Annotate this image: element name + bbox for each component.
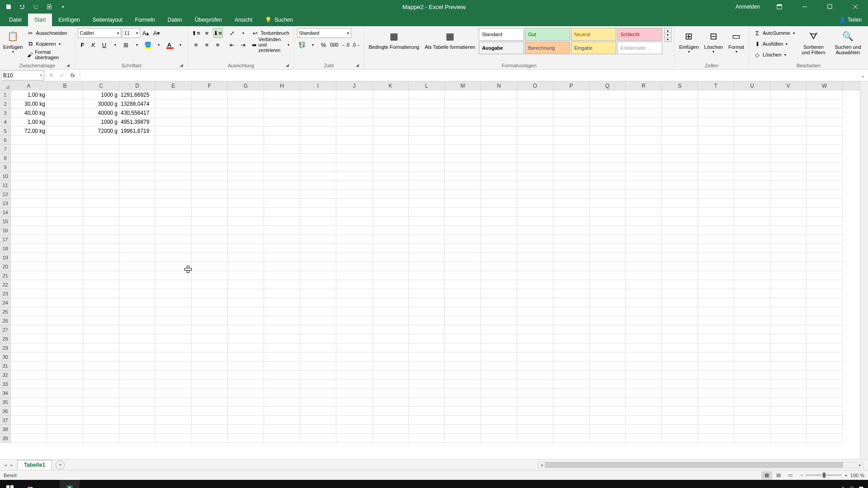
column-header[interactable]: N: [481, 81, 517, 90]
cell[interactable]: [11, 172, 47, 181]
cell[interactable]: [409, 90, 445, 99]
cell[interactable]: [156, 398, 192, 407]
cell[interactable]: [698, 99, 734, 108]
cell[interactable]: [734, 235, 770, 244]
cell[interactable]: [11, 434, 47, 443]
row-header[interactable]: 33: [0, 380, 11, 389]
cell[interactable]: [734, 136, 770, 145]
cell[interactable]: [770, 181, 807, 190]
cell[interactable]: [192, 398, 228, 407]
horizontal-scrollbar[interactable]: ◂ ▸: [538, 462, 863, 468]
cell[interactable]: [445, 145, 481, 154]
cell[interactable]: [119, 380, 156, 389]
cell[interactable]: [300, 316, 336, 325]
cell[interactable]: [264, 226, 300, 235]
cell[interactable]: [119, 199, 156, 208]
cell[interactable]: [662, 289, 698, 298]
row-header[interactable]: 32: [0, 371, 11, 380]
style-berechnung[interactable]: Berechnung: [525, 42, 570, 54]
cell[interactable]: [626, 172, 662, 181]
cell[interactable]: [228, 361, 264, 371]
find-select-button[interactable]: 🔍Suchen und Auswählen: [830, 28, 865, 56]
cell[interactable]: [481, 90, 517, 99]
cell[interactable]: [83, 352, 119, 361]
cell[interactable]: [156, 163, 192, 172]
cell[interactable]: [698, 361, 734, 371]
cell[interactable]: [156, 235, 192, 244]
cell[interactable]: [373, 117, 409, 127]
cell[interactable]: [409, 99, 445, 108]
cell[interactable]: [626, 289, 662, 298]
cell[interactable]: [734, 307, 770, 316]
tab-ueberpruefen[interactable]: Überprüfen: [189, 14, 228, 26]
formula-input[interactable]: [80, 70, 858, 80]
cell[interactable]: [11, 316, 47, 325]
column-header[interactable]: J: [336, 81, 373, 90]
cell[interactable]: [119, 407, 156, 416]
cell[interactable]: [156, 380, 192, 389]
cell[interactable]: [662, 217, 698, 226]
cell[interactable]: [264, 407, 300, 416]
cell[interactable]: [590, 425, 626, 434]
cell[interactable]: [119, 425, 156, 434]
cell[interactable]: [409, 262, 445, 271]
cell[interactable]: [626, 334, 662, 343]
cell[interactable]: [770, 416, 807, 425]
cell[interactable]: [445, 181, 481, 190]
cell[interactable]: [373, 181, 409, 190]
cell[interactable]: [119, 181, 156, 190]
cell[interactable]: [83, 217, 119, 226]
cell[interactable]: [264, 352, 300, 361]
cell[interactable]: [47, 289, 83, 298]
comma-format-icon[interactable]: 000: [330, 40, 340, 50]
cell[interactable]: [264, 371, 300, 380]
cell[interactable]: [517, 298, 553, 307]
cell[interactable]: [662, 181, 698, 190]
cell[interactable]: [553, 425, 590, 434]
cell[interactable]: [373, 316, 409, 325]
merge-center-button[interactable]: ⬌Verbinden und zentrieren▾: [250, 40, 291, 50]
cell[interactable]: [553, 289, 590, 298]
cell[interactable]: [156, 117, 192, 127]
cell[interactable]: [300, 380, 336, 389]
cell[interactable]: [119, 172, 156, 181]
cell[interactable]: [807, 316, 843, 325]
cell[interactable]: [373, 108, 409, 117]
cell[interactable]: [300, 226, 336, 235]
cell[interactable]: [445, 380, 481, 389]
cell[interactable]: [517, 127, 553, 136]
column-header[interactable]: F: [192, 81, 228, 90]
cell[interactable]: [300, 145, 336, 154]
dialog-launcher-icon[interactable]: ◢: [179, 63, 184, 68]
row-header[interactable]: 5: [0, 127, 11, 136]
cell[interactable]: [83, 145, 119, 154]
row-header[interactable]: 35: [0, 398, 11, 407]
maximize-button[interactable]: [820, 0, 840, 14]
cell[interactable]: [228, 325, 264, 334]
view-page-layout-icon[interactable]: ▤: [773, 471, 784, 479]
cell[interactable]: [698, 172, 734, 181]
cell[interactable]: [264, 361, 300, 371]
cell[interactable]: [83, 416, 119, 425]
cell[interactable]: [373, 280, 409, 289]
cell[interactable]: [734, 416, 770, 425]
cell[interactable]: [553, 434, 590, 443]
cell[interactable]: [300, 244, 336, 253]
cell[interactable]: [119, 235, 156, 244]
cell[interactable]: [553, 226, 590, 235]
cell[interactable]: [192, 253, 228, 262]
format-cells-button[interactable]: ▭Format▾: [726, 28, 746, 55]
cell[interactable]: [336, 280, 373, 289]
style-schlecht[interactable]: Schlecht: [617, 28, 662, 41]
tray-notifications-icon[interactable]: 💬: [858, 486, 864, 488]
cell[interactable]: [192, 117, 228, 127]
cell[interactable]: [590, 271, 626, 280]
cell[interactable]: [83, 271, 119, 280]
cell[interactable]: [770, 235, 807, 244]
cell[interactable]: [373, 398, 409, 407]
cell[interactable]: [517, 253, 553, 262]
cell[interactable]: [47, 190, 83, 199]
cell[interactable]: [626, 235, 662, 244]
cell[interactable]: [156, 90, 192, 99]
cell[interactable]: [300, 398, 336, 407]
